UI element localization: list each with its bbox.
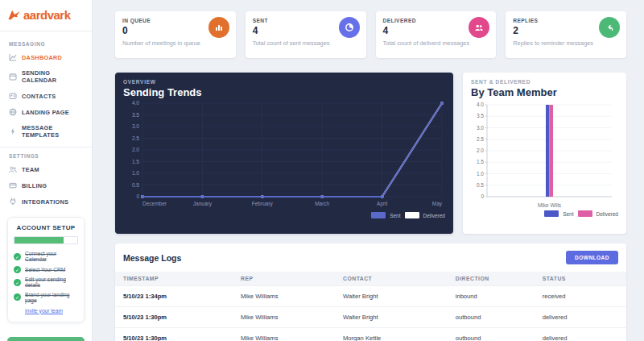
column-header: TIMESTAMP bbox=[115, 272, 233, 286]
stat-description: Total count of sent messages bbox=[253, 40, 359, 47]
globe-icon bbox=[9, 108, 17, 116]
setup-task-label: Connect your Calendar bbox=[25, 251, 78, 262]
divider bbox=[0, 147, 92, 148]
team-icon bbox=[9, 165, 17, 173]
table-cell: Mike Williams bbox=[233, 307, 335, 328]
legend-label: Sent bbox=[390, 213, 400, 218]
setup-task-label: Edit your sending details bbox=[25, 277, 78, 288]
table-row[interactable]: 5/10/23 1:30pmMike WilliamsMorgan Kettle… bbox=[115, 328, 626, 341]
invite-team-link[interactable]: Invite your team bbox=[25, 308, 78, 314]
svg-text:1.0: 1.0 bbox=[132, 170, 139, 176]
sidebar-item-label: INTEGRATIONS bbox=[22, 198, 68, 206]
table-cell: received bbox=[535, 286, 626, 307]
svg-text:December: December bbox=[142, 201, 167, 206]
legend-label: Sent bbox=[563, 211, 573, 217]
logo[interactable]: aardvark bbox=[7, 6, 85, 27]
table-row[interactable]: 5/10/23 1:34pmMike WilliamsWalter Bright… bbox=[115, 286, 626, 307]
table-cell: Walter Bright bbox=[335, 307, 448, 328]
svg-text:2.5: 2.5 bbox=[132, 135, 139, 141]
pie-chart-icon bbox=[339, 17, 360, 38]
nav-sections: MESSAGINGDASHBOARDSENDING CALENDARCONTAC… bbox=[7, 35, 85, 210]
sidebar: aardvark MESSAGINGDASHBOARDSENDING CALEN… bbox=[0, 0, 93, 341]
sidebar-item-landing-page[interactable]: LANDING PAGE bbox=[7, 104, 85, 120]
overview-subtitle: OVERVIEW bbox=[123, 79, 445, 85]
message-logs-card: Message Logs DOWNLOAD TIMESTAMPREPCONTAC… bbox=[115, 243, 626, 341]
svg-text:1.5: 1.5 bbox=[132, 159, 139, 164]
svg-text:0.5: 0.5 bbox=[477, 182, 484, 188]
main-content: IN QUEUE0Number of meetings in queueSENT… bbox=[93, 0, 644, 341]
column-header: CONTACT bbox=[335, 272, 448, 286]
sent-delivered-subtitle: SENT & DELIVERED bbox=[471, 79, 618, 85]
sending-trends-line-chart[interactable]: 00.51.01.52.02.53.03.54.0DecemberJanuary… bbox=[123, 98, 445, 211]
table-cell: delivered bbox=[535, 328, 626, 341]
stat-card-in-queue: IN QUEUE0Number of meetings in queue bbox=[115, 11, 236, 58]
svg-text:0.5: 0.5 bbox=[132, 182, 139, 188]
svg-text:1.0: 1.0 bbox=[477, 171, 484, 177]
sidebar-item-billing[interactable]: BILLING bbox=[7, 177, 85, 193]
logo-text: aardvark bbox=[23, 8, 71, 22]
sidebar-item-label: DASHBOARD bbox=[22, 54, 62, 61]
sidebar-item-dashboard[interactable]: DASHBOARD bbox=[7, 49, 85, 65]
divider bbox=[0, 31, 92, 31]
legend-swatch-sent bbox=[371, 212, 386, 218]
table-body: 5/10/23 1:34pmMike WilliamsWalter Bright… bbox=[115, 286, 626, 341]
sidebar-item-team[interactable]: TEAM bbox=[7, 161, 85, 177]
calendar-icon bbox=[9, 73, 17, 81]
legend-swatch-delivered bbox=[405, 212, 419, 218]
svg-text:2.0: 2.0 bbox=[477, 148, 484, 153]
legend-label: Delivered bbox=[423, 213, 445, 218]
message-logs-table: TIMESTAMPREPCONTACTDIRECTIONSTATUS 5/10/… bbox=[115, 272, 626, 341]
sidebar-item-sending-calendar[interactable]: SENDING CALENDAR bbox=[7, 65, 85, 88]
team-member-bar-chart[interactable]: 00.51.01.52.02.53.03.54.0Mike Wills bbox=[471, 98, 618, 210]
account-setup-card: ACCOUNT SETUP ✓Connect your Calendar✓Sel… bbox=[7, 217, 85, 322]
svg-text:4.0: 4.0 bbox=[477, 102, 484, 107]
setup-task-list: ✓Connect your Calendar✓Select Your CRM✓E… bbox=[14, 251, 78, 303]
section-label: MESSAGING bbox=[7, 41, 85, 47]
sending-trends-legend: SentDelivered bbox=[123, 212, 445, 218]
section-label: SETTINGS bbox=[7, 153, 85, 159]
contacts-icon bbox=[9, 92, 17, 100]
sidebar-item-integrations[interactable]: INTEGRATIONS bbox=[7, 193, 85, 210]
svg-text:1.5: 1.5 bbox=[477, 159, 484, 164]
setup-task-label: Brand your landing page bbox=[25, 292, 78, 303]
sidebar-item-message-templates[interactable]: MESSAGE TEMPLATES bbox=[7, 120, 85, 143]
sidebar-item-label: MESSAGE TEMPLATES bbox=[22, 124, 83, 139]
column-header: REP bbox=[233, 272, 335, 286]
sidebar-item-label: CONTACTS bbox=[22, 93, 56, 100]
table-cell: Morgan Kettle bbox=[335, 328, 448, 341]
svg-text:3.5: 3.5 bbox=[477, 113, 484, 119]
stats-row: IN QUEUE0Number of meetings in queueSENT… bbox=[115, 11, 626, 58]
legend-label: Delivered bbox=[597, 211, 618, 217]
legend-swatch-delivered bbox=[578, 210, 592, 217]
table-row[interactable]: 5/10/23 1:30pmMike WilliamsWalter Bright… bbox=[115, 307, 626, 328]
stat-description: Number of meetings in queue bbox=[122, 40, 229, 47]
team-member-legend: SentDelivered bbox=[471, 210, 618, 217]
stat-description: Replies to reminder messages bbox=[513, 40, 619, 47]
account-setup-title: ACCOUNT SETUP bbox=[14, 224, 78, 231]
setup-task[interactable]: ✓Brand your landing page bbox=[14, 292, 78, 303]
setup-task[interactable]: ✓Select Your CRM bbox=[14, 266, 78, 273]
help-center-button[interactable]: ? HELP CENTER bbox=[7, 337, 85, 341]
sidebar-item-contacts[interactable]: CONTACTS bbox=[7, 88, 85, 104]
svg-text:February: February bbox=[252, 201, 274, 207]
column-header: STATUS bbox=[535, 272, 626, 286]
setup-progress-bar bbox=[14, 236, 78, 244]
svg-text:0: 0 bbox=[136, 193, 139, 199]
legend-swatch-sent bbox=[544, 210, 559, 217]
message-logs-title: Message Logs bbox=[123, 253, 181, 263]
billing-icon bbox=[9, 181, 17, 189]
bar-chart-icon bbox=[208, 17, 229, 38]
download-button[interactable]: DOWNLOAD bbox=[566, 251, 618, 264]
stat-card-sent: SENT4Total count of sent messages bbox=[246, 11, 366, 58]
table-cell: outbound bbox=[448, 307, 535, 328]
sidebar-item-label: TEAM bbox=[22, 166, 39, 173]
setup-task[interactable]: ✓Connect your Calendar bbox=[14, 251, 78, 262]
plug-icon bbox=[9, 198, 17, 206]
charts-row: OVERVIEW Sending Trends 00.51.01.52.02.5… bbox=[115, 73, 626, 234]
setup-task[interactable]: ✓Edit your sending details bbox=[14, 277, 78, 288]
column-header: DIRECTION bbox=[448, 272, 535, 286]
check-icon: ✓ bbox=[14, 279, 21, 286]
stat-description: Total count of deliverd messages bbox=[383, 40, 489, 47]
svg-text:3.0: 3.0 bbox=[132, 123, 139, 129]
table-cell: Mike Williams bbox=[233, 328, 335, 341]
